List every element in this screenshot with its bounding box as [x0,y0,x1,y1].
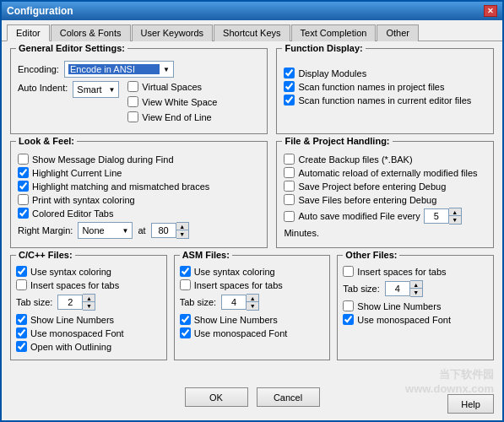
save-project-debug-row: Save Project before entering Debug [284,181,486,192]
tab-other[interactable]: Other [377,24,419,41]
cpp-show-line-numbers-checkbox[interactable] [16,314,27,325]
display-modules-label: Display Modules [298,68,366,78]
right-margin-arrow-icon: ▼ [122,227,129,235]
margin-spin-up[interactable]: ▲ [176,223,188,230]
cpp-files-title: C/C++ Files: [16,250,75,260]
file-project-section: File & Project Handling: Create Backup f… [276,141,494,248]
cancel-button[interactable]: Cancel [257,387,320,407]
virtual-spaces-checkbox[interactable] [127,81,138,92]
virtual-spaces-row: Virtual Spaces [127,81,217,92]
view-white-space-checkbox[interactable] [127,96,138,107]
cpp-insert-spaces-checkbox[interactable] [16,279,27,290]
tab-user-keywords[interactable]: User Keywords [132,24,214,41]
other-tab-spin-down[interactable]: ▼ [410,289,422,296]
cpp-use-syntax-checkbox[interactable] [16,266,27,277]
highlight-braces-checkbox[interactable] [18,181,29,192]
other-files-section: Other Files: Insert spaces for tabs Tab … [337,255,494,360]
asm-tab-input[interactable] [221,295,247,310]
other-tab-spinbox: ▲ ▼ [385,280,423,297]
cpp-use-monospaced-checkbox[interactable] [16,327,27,338]
show-message-checkbox[interactable] [18,154,29,165]
scan-current-label: Scan function names in current editor fi… [298,95,471,106]
scan-project-checkbox[interactable] [284,81,295,92]
auto-save-spin-down[interactable]: ▼ [449,216,461,224]
highlight-line-label: Highlight Current Line [32,168,122,178]
tab-colors-fonts[interactable]: Colors & Fonts [51,24,131,41]
asm-insert-spaces-label: Insert spaces for tabs [194,280,283,290]
other-insert-spaces-checkbox[interactable] [343,266,354,277]
auto-reload-label: Automatic reload of externally modified … [298,168,477,178]
auto-save-checkbox[interactable] [284,211,295,222]
cpp-open-outlining-row: Open with Outlining [16,341,161,352]
auto-indent-arrow-icon: ▼ [108,86,115,94]
cpp-open-outlining-label: Open with Outlining [30,342,111,352]
view-end-line-checkbox[interactable] [127,111,138,122]
tab-shortcut-keys[interactable]: Shortcut Keys [214,24,290,41]
other-use-monospaced-row: Use monospaced Font [343,314,488,325]
view-white-space-label: View White Space [142,97,217,107]
create-backup-row: Create Backup files (*.BAK) [284,154,486,165]
tab-text-completion[interactable]: Text Completion [291,24,377,41]
auto-indent-dropdown[interactable]: Smart ▼ [73,81,119,98]
cpp-tab-spin-up[interactable]: ▲ [83,295,95,302]
window-title: Configuration [7,5,73,17]
cpp-use-syntax-row: Use syntax coloring [16,266,161,277]
view-white-space-row: View White Space [127,96,217,107]
margin-spin-down[interactable]: ▼ [176,230,188,238]
asm-insert-spaces-checkbox[interactable] [180,279,191,290]
asm-use-monospaced-label: Use monospaced Font [194,328,288,338]
tab-editor[interactable]: Editor [7,24,50,41]
create-backup-checkbox[interactable] [284,154,295,165]
asm-tab-spin-buttons: ▲ ▼ [247,294,259,311]
save-files-debug-checkbox[interactable] [284,194,295,205]
scan-current-checkbox[interactable] [284,95,295,106]
scan-project-label: Scan function names in project files [298,82,444,92]
other-tab-input[interactable] [385,281,410,296]
configuration-window: Configuration ✕ Editor Colors & Fonts Us… [0,0,504,422]
close-button[interactable]: ✕ [484,5,497,17]
general-editor-title: General Editor Settings: [16,43,127,53]
auto-save-label: Auto save modified File every [298,211,420,221]
function-display-section: Function Display: Display Modules Scan f… [276,48,494,134]
scan-current-row: Scan function names in current editor fi… [284,95,486,106]
display-modules-checkbox[interactable] [284,68,295,78]
other-show-line-numbers-checkbox[interactable] [343,300,354,311]
other-show-line-numbers-label: Show Line Numbers [357,301,441,311]
other-use-monospaced-checkbox[interactable] [343,314,354,325]
print-syntax-row: Print with syntax coloring [18,194,260,205]
asm-use-monospaced-checkbox[interactable] [180,327,191,338]
highlight-line-checkbox[interactable] [18,167,29,178]
other-tab-spin-up[interactable]: ▲ [410,281,422,289]
cpp-tab-input[interactable] [57,295,83,310]
ok-button[interactable]: OK [185,387,248,407]
asm-use-monospaced-row: Use monospaced Font [180,327,325,338]
other-use-monospaced-label: Use monospaced Font [357,315,451,325]
title-bar: Configuration ✕ [2,2,502,20]
asm-tab-spin-up[interactable]: ▲ [247,295,258,302]
cpp-tab-size-row: Tab size: ▲ ▼ [16,294,161,311]
asm-show-line-numbers-checkbox[interactable] [180,314,191,325]
asm-tab-size-row: Tab size: ▲ ▼ [180,294,325,311]
save-project-debug-checkbox[interactable] [284,181,295,192]
save-files-debug-row: Save Files before entering Debug [284,194,486,205]
help-button[interactable]: Help [447,394,494,414]
print-syntax-checkbox[interactable] [18,194,29,205]
margin-input[interactable] [151,223,176,238]
auto-save-spin-up[interactable]: ▲ [449,208,461,216]
auto-save-row: Auto save modified File every ▲ ▼ Minute… [284,208,486,238]
cpp-tab-spin-down[interactable]: ▼ [83,302,95,310]
asm-use-syntax-row: Use syntax coloring [180,266,325,277]
cpp-open-outlining-checkbox[interactable] [16,341,27,352]
auto-reload-checkbox[interactable] [284,167,295,178]
colored-tabs-checkbox[interactable] [18,208,29,219]
encoding-dropdown[interactable]: Encode in ANSI ▼ [64,61,174,78]
right-margin-dropdown[interactable]: None ▼ [78,222,133,239]
general-editor-section: General Editor Settings: Encoding: Encod… [10,48,268,134]
row2: Look & Feel: Show Message Dialog during … [10,141,494,248]
cpp-tab-spin-buttons: ▲ ▼ [83,294,95,311]
right-margin-label: Right Margin: [18,225,73,235]
asm-use-syntax-checkbox[interactable] [180,266,191,277]
auto-save-input[interactable] [424,208,449,224]
tab-bar: Editor Colors & Fonts User Keywords Shor… [2,20,502,41]
asm-tab-spin-down[interactable]: ▼ [247,302,258,310]
